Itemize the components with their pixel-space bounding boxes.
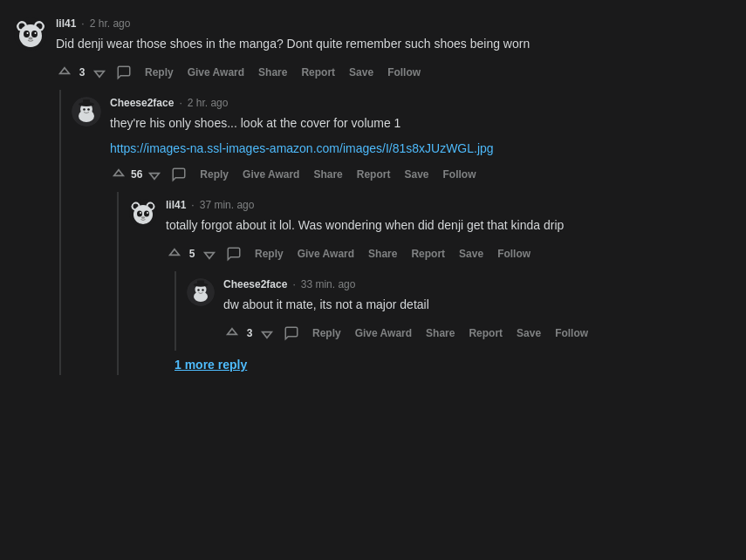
comment-content: lil41 · 37 min. ago totally forgot about… xyxy=(166,199,732,264)
action-bar: 3 Reply Give Award Share Report Sav xyxy=(56,62,732,83)
comment-content: Cheese2face · 33 min. ago dw about it ma… xyxy=(223,278,732,344)
comment-item: Cheese2face · 33 min. ago dw about it ma… xyxy=(187,271,732,351)
comment-content: Cheese2face · 2 hr. ago they're his only… xyxy=(110,97,732,185)
nested-comment-level-1: Cheese2face · 2 hr. ago they're his only… xyxy=(59,90,732,375)
report-button[interactable]: Report xyxy=(406,244,450,263)
give-award-button[interactable]: Give Award xyxy=(350,324,417,343)
downvote-button[interactable] xyxy=(258,324,276,342)
action-bar: 56 Reply Give Award Sha xyxy=(110,164,732,185)
comment-header: lil41 · 37 min. ago xyxy=(166,199,732,211)
more-replies-link[interactable]: 1 more reply xyxy=(175,354,247,375)
svg-point-28 xyxy=(141,216,145,218)
report-button[interactable]: Report xyxy=(463,324,508,343)
comment-separator: · xyxy=(81,17,84,30)
svg-point-23 xyxy=(133,205,153,224)
svg-rect-33 xyxy=(197,281,204,286)
reply-button[interactable]: Reply xyxy=(195,165,234,184)
comment-thread: lil41 · 2 hr. ago Did denji wear those s… xyxy=(14,10,732,375)
svg-point-10 xyxy=(29,38,33,40)
downvote-button[interactable] xyxy=(201,245,218,263)
follow-button[interactable]: Follow xyxy=(437,165,481,184)
comment-content: lil41 · 2 hr. ago Did denji wear those s… xyxy=(56,17,732,83)
give-award-button[interactable]: Give Award xyxy=(182,63,250,82)
svg-point-26 xyxy=(140,212,141,214)
vote-section: 3 xyxy=(223,324,276,342)
comment-item: Cheese2face · 2 hr. ago they're his only… xyxy=(72,90,732,192)
comment-author: lil41 xyxy=(166,199,186,211)
upvote-button[interactable] xyxy=(166,245,183,263)
comment-author: lil41 xyxy=(56,17,76,30)
comment-author: Cheese2face xyxy=(223,278,287,290)
svg-point-6 xyxy=(24,31,30,38)
follow-button[interactable]: Follow xyxy=(550,324,593,343)
save-button[interactable]: Save xyxy=(511,324,546,343)
comment-icon-button[interactable] xyxy=(112,62,136,83)
comment-icon-button[interactable] xyxy=(279,323,304,344)
comment-header: Cheese2face · 2 hr. ago xyxy=(110,97,732,109)
comment-item: lil41 · 37 min. ago totally forgot about… xyxy=(129,192,732,271)
reply-button[interactable]: Reply xyxy=(250,244,289,263)
upvote-button[interactable] xyxy=(56,64,73,81)
action-bar: 5 Reply xyxy=(166,243,732,264)
report-button[interactable]: Report xyxy=(296,63,340,82)
avatar xyxy=(14,17,47,51)
save-button[interactable]: Save xyxy=(399,165,434,184)
avatar xyxy=(129,199,157,227)
comment-body: dw about it mate, its not a major detail xyxy=(223,296,732,314)
follow-button[interactable]: Follow xyxy=(492,244,536,263)
comment-time: 33 min. ago xyxy=(301,278,356,290)
save-button[interactable]: Save xyxy=(344,63,379,82)
comment-body: Did denji wear those shoes in the manga?… xyxy=(56,35,732,53)
svg-point-27 xyxy=(147,212,148,214)
share-button[interactable]: Share xyxy=(363,244,402,263)
svg-rect-15 xyxy=(83,99,90,105)
comment-header: Cheese2face · 33 min. ago xyxy=(223,278,732,290)
svg-point-25 xyxy=(144,211,149,217)
comment-separator: · xyxy=(191,199,194,211)
upvote-button[interactable] xyxy=(110,166,127,183)
avatar xyxy=(72,97,101,126)
vote-section: 56 xyxy=(110,166,163,183)
upvote-button[interactable] xyxy=(223,324,241,342)
svg-point-8 xyxy=(27,32,29,34)
comment-time: 2 hr. ago xyxy=(90,17,131,30)
comment-separator: · xyxy=(292,278,295,290)
comment-separator: · xyxy=(179,97,181,109)
comment-icon-button[interactable] xyxy=(167,164,191,185)
comment-link[interactable]: https://images-na.ssl-images-amazon.com/… xyxy=(110,141,494,155)
comment-author: Cheese2face xyxy=(110,97,174,109)
nested-comment-level-2: lil41 · 37 min. ago totally forgot about… xyxy=(117,192,732,375)
vote-count: 5 xyxy=(187,248,197,260)
reply-button[interactable]: Reply xyxy=(140,63,179,82)
svg-point-35 xyxy=(202,289,203,290)
share-button[interactable]: Share xyxy=(421,324,460,343)
save-button[interactable]: Save xyxy=(454,244,489,263)
svg-point-16 xyxy=(83,108,86,111)
svg-point-9 xyxy=(35,32,37,34)
comment-item: lil41 · 2 hr. ago Did denji wear those s… xyxy=(14,10,732,90)
comment-body: they're his only shoes... look at the co… xyxy=(110,114,732,133)
reply-button[interactable]: Reply xyxy=(307,324,346,343)
share-button[interactable]: Share xyxy=(253,63,292,82)
avatar xyxy=(187,278,215,306)
svg-point-5 xyxy=(19,24,42,47)
share-button[interactable]: Share xyxy=(308,165,347,184)
downvote-button[interactable] xyxy=(91,64,108,81)
comment-icon-button[interactable] xyxy=(222,243,246,264)
report-button[interactable]: Report xyxy=(352,165,396,184)
vote-count: 56 xyxy=(131,168,142,181)
give-award-button[interactable]: Give Award xyxy=(292,244,359,263)
vote-section: 3 xyxy=(56,64,108,81)
comment-time: 2 hr. ago xyxy=(188,97,229,109)
svg-point-24 xyxy=(137,211,142,217)
svg-point-17 xyxy=(87,108,90,111)
give-award-button[interactable]: Give Award xyxy=(237,165,305,184)
svg-point-7 xyxy=(31,31,38,38)
comment-body: totally forgot about it lol. Was wonderi… xyxy=(166,216,732,235)
vote-count: 3 xyxy=(244,327,255,339)
follow-button[interactable]: Follow xyxy=(382,63,426,82)
comment-header: lil41 · 2 hr. ago xyxy=(56,17,732,30)
svg-point-34 xyxy=(197,289,199,290)
vote-section: 5 xyxy=(166,245,218,263)
downvote-button[interactable] xyxy=(146,166,163,183)
